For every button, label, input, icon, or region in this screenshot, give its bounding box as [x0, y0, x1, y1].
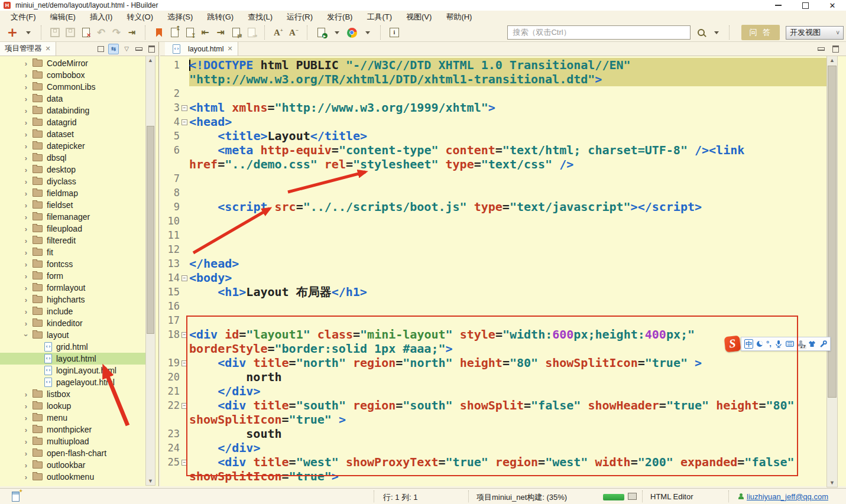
maximize-editor-button[interactable] [831, 44, 840, 54]
chevron-collapsed-icon[interactable]: › [22, 165, 30, 174]
menu-item-运行R[interactable]: 运行(R) [280, 11, 320, 24]
chevron-collapsed-icon[interactable]: › [22, 201, 30, 210]
search-input[interactable]: 搜索（双击Ctrl） [507, 25, 691, 40]
tree-item-kindeditor[interactable]: ›kindeditor [0, 317, 147, 329]
code-line-7[interactable]: 7 [160, 171, 826, 186]
run-browser-dropdown[interactable] [329, 25, 344, 40]
restore-button[interactable] [792, 0, 819, 11]
next-doc-button[interactable]: → [244, 25, 259, 40]
code-line-8[interactable]: 8 [160, 186, 826, 200]
wrench-icon[interactable] [819, 340, 827, 348]
tab-layout-html[interactable]: ‹› layout.html ✕ [165, 42, 238, 56]
tree-item-data[interactable]: ›data [0, 93, 147, 105]
code-line-22-wrap[interactable]: showSplitIcon="true" > [160, 412, 826, 427]
tree-item-monthpicker[interactable]: ›monthpicker [0, 424, 147, 435]
chevron-collapsed-icon[interactable]: › [22, 461, 30, 470]
fold-marker-icon[interactable]: − [181, 460, 187, 466]
code-line-9[interactable]: 9 <script src="../../scripts/boot.js" ty… [160, 200, 826, 214]
fold-marker-icon[interactable]: − [181, 403, 187, 409]
new-file-dropdown[interactable] [20, 25, 35, 40]
tree-item-filteredit[interactable]: ›filteredit [0, 235, 147, 246]
tree-item-filemanager[interactable]: ›filemanager [0, 211, 147, 223]
chevron-collapsed-icon[interactable]: › [22, 319, 30, 328]
scroll-up-icon[interactable]: ▲ [827, 57, 837, 63]
code-line-25[interactable]: 25− <div title="west" showProxyText="tru… [160, 455, 826, 469]
chevron-collapsed-icon[interactable]: › [22, 177, 30, 186]
fold-marker-icon[interactable]: − [181, 119, 187, 125]
chevron-collapsed-icon[interactable]: › [22, 83, 30, 92]
chevron-collapsed-icon[interactable]: › [22, 142, 30, 151]
redo-button[interactable]: ↷ [109, 25, 124, 40]
chevron-collapsed-icon[interactable]: › [22, 390, 30, 399]
chevron-collapsed-icon[interactable]: › [22, 225, 30, 233]
refresh-doc-button[interactable]: ⇄ [228, 25, 244, 40]
minimize-button[interactable] [764, 0, 792, 11]
minimize-editor-button[interactable] [816, 44, 826, 54]
search-dropdown[interactable] [708, 25, 724, 40]
scrollbar-thumb[interactable] [147, 126, 154, 334]
chevron-collapsed-icon[interactable]: › [22, 449, 30, 458]
scroll-down-icon[interactable]: ▼ [146, 478, 155, 484]
scroll-up-icon[interactable]: ▲ [146, 57, 155, 63]
link-with-editor-button[interactable]: ⇆ [108, 44, 119, 54]
chevron-collapsed-icon[interactable]: › [22, 154, 30, 162]
user-account[interactable]: liuzhiyuan_jeff@qq.com [738, 492, 828, 501]
menu-item-帮助H[interactable]: 帮助(H) [439, 11, 479, 24]
code-line-1-wrap[interactable]: "http://www.w3.org/TR/xhtml1/DTD/xhtml1-… [160, 72, 826, 86]
code-line-2[interactable]: 2 [160, 86, 826, 100]
tree-item-fieldmap[interactable]: ›fieldmap [0, 187, 147, 199]
save-button[interactable] [47, 25, 63, 40]
close-file-button[interactable]: ✕ [78, 25, 93, 40]
menu-item-文件F[interactable]: 文件(F) [4, 11, 43, 24]
code-line-13[interactable]: 13</head> [160, 256, 826, 271]
tree-item-fit[interactable]: ›fit [0, 246, 147, 258]
tree-item-grid.html[interactable]: ‹›grid.html [0, 341, 147, 353]
chevron-collapsed-icon[interactable]: › [22, 473, 30, 482]
format-button[interactable]: ⇥ [124, 25, 140, 40]
fold-marker-icon[interactable]: − [181, 275, 187, 281]
chevron-collapsed-icon[interactable]: › [22, 437, 30, 446]
tree-item-combobox[interactable]: ›combobox [0, 69, 147, 81]
code-line-22[interactable]: 22− <div title="south" region="south" sh… [160, 398, 826, 412]
code-line-3[interactable]: 3−<html xmlns="http://www.w3.org/1999/xh… [160, 100, 826, 115]
moon-icon[interactable] [757, 341, 763, 347]
tree-item-multiupload[interactable]: ›multiupload [0, 435, 147, 447]
fold-marker-icon[interactable]: − [181, 332, 187, 338]
jump-next-button[interactable]: ⇥ [213, 25, 228, 40]
code-line-10[interactable]: 10 [160, 214, 826, 228]
code-line-25-wrap[interactable]: showSplitIcon="true"> [160, 469, 826, 483]
chevron-collapsed-icon[interactable]: › [22, 248, 30, 257]
tab-project-manager[interactable]: 项目管理器 ✕ [0, 42, 56, 56]
menu-item-插入I[interactable]: 插入(I) [83, 11, 119, 24]
view-mode-select[interactable]: 开发视图 ˅ [786, 26, 844, 40]
menu-item-发行B[interactable]: 发行(B) [320, 11, 359, 24]
scroll-down-icon[interactable]: ▼ [827, 480, 837, 486]
font-decrease-button[interactable]: A− [286, 25, 302, 40]
tree-item-CodeMirror[interactable]: ›CodeMirror [0, 57, 147, 69]
tshirt-icon[interactable] [808, 340, 816, 347]
chevron-collapsed-icon[interactable]: › [22, 71, 30, 80]
chrome-dropdown[interactable] [359, 25, 375, 40]
sidebar-scrollbar[interactable]: ▲ ▼ [145, 56, 155, 486]
menu-item-转义O[interactable]: 转义(O) [119, 11, 160, 24]
chinese-mode-icon[interactable]: 中 [744, 339, 753, 349]
jump-prev-button[interactable]: ⇤ [197, 25, 213, 40]
bookmark-button[interactable] [151, 25, 167, 40]
tree-item-pagelayout.html[interactable]: ‹›pagelayout.html [0, 376, 147, 388]
chevron-collapsed-icon[interactable]: › [22, 425, 30, 434]
export-doc-button[interactable]: ↧ [182, 25, 197, 40]
code-line-20[interactable]: 20 north [160, 370, 826, 384]
tree-item-dbsql[interactable]: ›dbsql [0, 152, 147, 164]
punctuation-icon[interactable]: °, [766, 340, 772, 348]
chevron-collapsed-icon[interactable]: › [22, 272, 30, 281]
tree-item-form[interactable]: ›form [0, 270, 147, 282]
code-line-6-wrap[interactable]: href="../demo.css" rel="stylesheet" type… [160, 157, 826, 171]
code-line-6[interactable]: 6 <meta http-equiv="content-type" conten… [160, 143, 826, 157]
close-icon[interactable]: ✕ [46, 45, 51, 53]
tree-item-diyclass[interactable]: ›diyclass [0, 175, 147, 187]
tree-item-lookup[interactable]: ›lookup [0, 400, 147, 412]
chevron-expanded-icon[interactable]: › [22, 331, 31, 339]
code-line-5[interactable]: 5 <title>Layout</title> [160, 129, 826, 143]
tree-item-formlayout[interactable]: ›formlayout [0, 282, 147, 294]
code-line-12[interactable]: 12 [160, 242, 826, 256]
